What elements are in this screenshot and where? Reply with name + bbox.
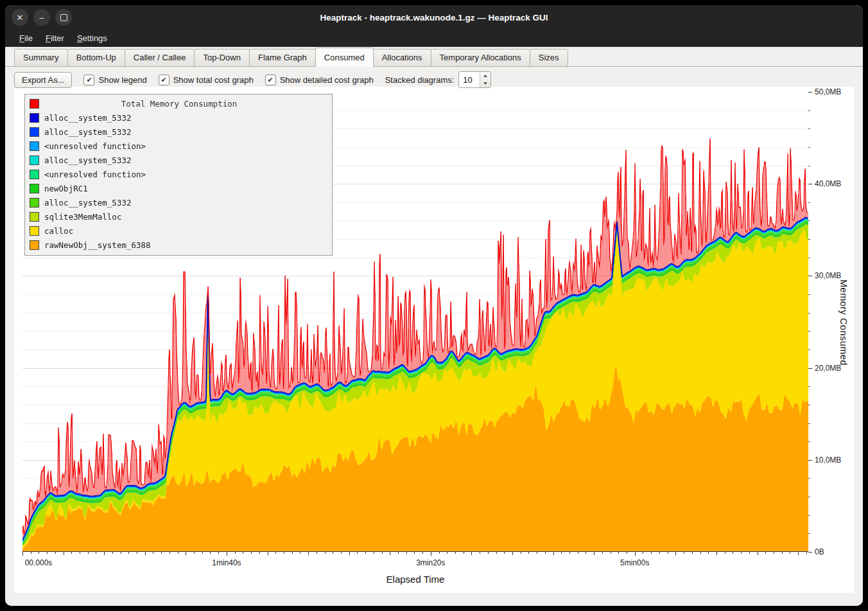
y-tick-label: 20,0MB <box>815 364 841 373</box>
menu-file[interactable]: File <box>13 31 39 46</box>
legend-item[interactable]: alloc__system_5332 <box>28 195 329 209</box>
x-minor-tick <box>308 552 309 555</box>
spin-up-button[interactable] <box>480 72 490 80</box>
checkbox-show-detailed-cost-graph[interactable]: ✔Show detailed cost graph <box>265 75 374 85</box>
x-minor-tick <box>528 552 529 554</box>
x-minor-tick <box>22 552 23 556</box>
tab-temporary-allocations[interactable]: Temporary Allocations <box>431 49 530 67</box>
menu-filter[interactable]: Filter <box>39 31 71 46</box>
tab-flame-graph[interactable]: Flame Graph <box>249 49 316 67</box>
legend-item[interactable]: <unresolved function> <box>28 139 329 153</box>
x-minor-tick <box>137 552 137 554</box>
main-content: SummaryBottom-UpCaller / CalleeTop-DownF… <box>5 47 863 606</box>
y-tick <box>808 552 812 553</box>
x-minor-tick <box>259 552 260 554</box>
export-as-button[interactable]: Export As... <box>14 72 72 88</box>
y-minor-tick <box>808 423 810 424</box>
spin-down-button[interactable] <box>480 80 490 87</box>
x-minor-tick <box>586 552 586 554</box>
close-button[interactable]: ✕ <box>12 9 28 26</box>
legend-item[interactable]: sqlite3MemMalloc <box>28 209 329 224</box>
x-minor-tick <box>145 552 146 555</box>
maximize-button[interactable] <box>55 9 72 26</box>
x-minor-tick <box>553 552 554 555</box>
x-minor-tick <box>692 552 693 554</box>
menu-settings[interactable]: Settings <box>71 31 114 46</box>
tab-consumed[interactable]: Consumed <box>315 48 374 67</box>
stacked-diagrams-label: Stacked diagrams: <box>385 75 455 85</box>
tab-bar: SummaryBottom-UpCaller / CalleeTop-DownF… <box>14 49 568 67</box>
y-tick <box>808 460 812 461</box>
minimize-button[interactable]: – <box>33 9 50 26</box>
checkbox-show-total-cost-graph[interactable]: ✔Show total cost graph <box>159 75 254 85</box>
x-minor-tick <box>178 552 178 554</box>
y-minor-tick <box>808 294 810 295</box>
checkbox-label: Show detailed cost graph <box>280 75 374 85</box>
y-tick <box>808 368 812 369</box>
x-minor-tick <box>716 552 717 555</box>
tab-top-down[interactable]: Top-Down <box>194 49 250 67</box>
stacked-diagrams-control: Stacked diagrams: 10 <box>385 71 492 88</box>
checkbox-show-legend[interactable]: ✔Show legend <box>83 75 146 85</box>
x-minor-tick <box>537 552 537 554</box>
tab-summary[interactable]: Summary <box>14 49 68 67</box>
y-minor-tick <box>808 515 810 516</box>
x-minor-tick <box>55 552 56 554</box>
legend-swatch <box>30 226 39 236</box>
x-minor-tick <box>790 552 790 554</box>
x-minor-tick <box>651 552 652 554</box>
chart-legend: Total Memory Consumptionalloc__system_53… <box>24 94 333 256</box>
x-minor-tick <box>643 552 643 554</box>
tab-caller-callee[interactable]: Caller / Callee <box>125 49 195 67</box>
y-minor-tick <box>808 202 810 203</box>
legend-swatch <box>30 155 39 165</box>
y-tick <box>808 276 812 276</box>
legend-item[interactable]: alloc__system_5332 <box>28 125 329 139</box>
legend-item-label: calloc <box>44 226 73 236</box>
legend-item[interactable]: newObjRC1 <box>28 181 329 195</box>
x-minor-tick <box>749 552 750 554</box>
legend-swatch <box>30 141 39 151</box>
x-minor-tick <box>765 552 766 554</box>
x-minor-tick <box>47 552 48 554</box>
y-minor-tick <box>808 147 810 148</box>
x-minor-tick <box>300 552 300 554</box>
checkbox-check-icon: ✔ <box>265 75 276 85</box>
x-minor-tick <box>668 552 668 554</box>
x-minor-tick <box>202 552 203 554</box>
x-minor-tick <box>218 552 219 554</box>
x-minor-tick <box>268 552 268 555</box>
checkbox-check-icon: ✔ <box>83 75 94 85</box>
legend-item-label: rawNewObj__system_6388 <box>44 240 151 250</box>
x-minor-tick <box>121 552 121 554</box>
legend-swatch <box>30 198 39 208</box>
app-window: ✕ – Heaptrack - heaptrack.wakunode.1.gz … <box>5 5 863 606</box>
close-icon: ✕ <box>17 13 24 22</box>
legend-item[interactable]: rawNewObj__system_6388 <box>28 238 329 252</box>
x-minor-tick <box>504 552 505 554</box>
x-tick-label: 1min40s <box>212 558 241 567</box>
legend-item[interactable]: alloc__system_5332 <box>28 153 329 167</box>
stacked-diagrams-spinbox[interactable]: 10 <box>458 71 491 88</box>
x-minor-tick <box>31 552 31 554</box>
legend-item-label: <unresolved function> <box>44 170 146 179</box>
x-minor-tick <box>292 552 293 554</box>
x-minor-tick <box>471 552 472 555</box>
x-minor-tick <box>210 552 211 554</box>
x-minor-tick <box>365 552 366 554</box>
tab-allocations[interactable]: Allocations <box>373 49 431 67</box>
legend-item[interactable]: alloc__system_5332 <box>28 111 329 125</box>
tab-bottom-up[interactable]: Bottom-Up <box>67 49 125 67</box>
x-minor-tick <box>774 552 774 554</box>
legend-item-label: sqlite3MemMalloc <box>44 212 121 222</box>
x-minor-tick <box>406 552 407 554</box>
x-minor-tick <box>333 552 333 554</box>
spinbox-buttons <box>480 72 490 87</box>
x-minor-tick <box>251 552 252 554</box>
x-minor-tick <box>782 552 783 554</box>
tab-sizes[interactable]: Sizes <box>530 49 568 67</box>
legend-item[interactable]: calloc <box>28 224 329 238</box>
legend-item[interactable]: <unresolved function> <box>28 167 329 181</box>
y-axis-title: Memory Consumed <box>838 279 849 366</box>
x-minor-tick <box>618 552 619 554</box>
